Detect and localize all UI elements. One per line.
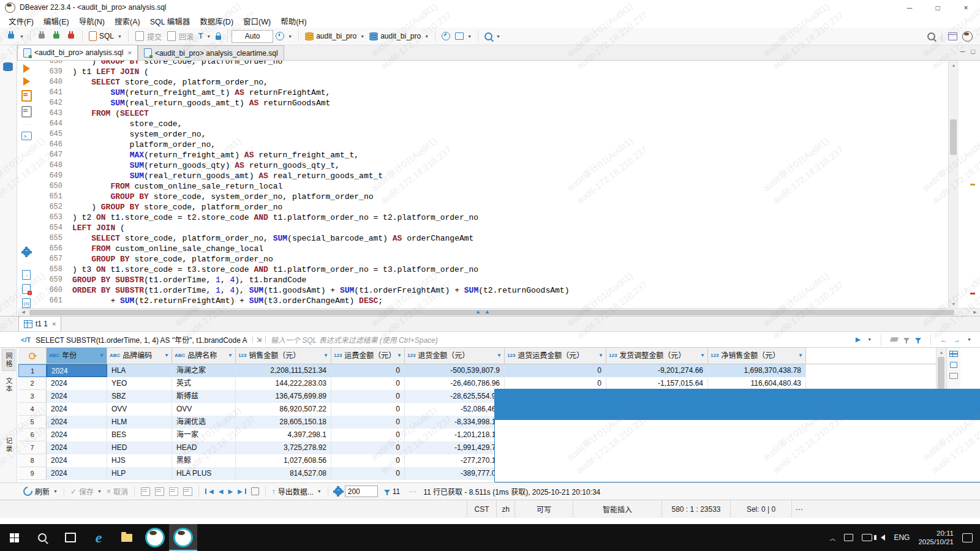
apply-filter-icon[interactable]: ▶ (856, 335, 861, 343)
close-icon[interactable]: × (127, 49, 131, 56)
scroll-right-icon[interactable]: ▶ (970, 309, 980, 316)
minimize-button[interactable]: ─ (895, 0, 924, 16)
filter-expression[interactable]: SELECT SUBSTR(t1.orderTime, 1, 4) AS "年份… (36, 334, 247, 345)
code-line[interactable]: 649 SUM(real_return_goods_amt) AS real_r… (34, 171, 948, 181)
code-line[interactable]: 661 + SUM(t2.returnFreightAmt) + SUM(t3.… (34, 296, 948, 306)
row-number[interactable]: 4 (18, 403, 47, 416)
status-cell-6[interactable]: Sel: 0 | 0 (730, 500, 791, 518)
save-button[interactable]: ✓保存▼ (68, 485, 104, 498)
result-view-tab-record[interactable]: 记录 (2, 435, 15, 455)
connect-button[interactable] (34, 30, 49, 42)
scroll-up-icon[interactable]: ▲ (949, 61, 959, 69)
save-filter-icon[interactable] (915, 338, 921, 342)
execute-statement-icon[interactable] (23, 64, 30, 73)
row-number[interactable]: 8 (18, 454, 47, 467)
language-indicator[interactable]: ENG (894, 533, 910, 542)
start-button[interactable] (0, 524, 28, 551)
code-line[interactable]: 660ORDER BY SUBSTR(t1.orderTime, 1, 4), … (34, 285, 948, 296)
column-dropdown-icon[interactable]: ▼ (598, 348, 603, 364)
variables-icon[interactable]: (x) (22, 298, 31, 308)
column-dropdown-icon[interactable]: ▼ (798, 348, 803, 364)
result-view-tab-text[interactable]: 文本 (2, 375, 15, 395)
column-header[interactable]: 123退货运费金额（元）▼ (505, 348, 606, 364)
fetch-size-input[interactable]: 200 (345, 485, 378, 497)
grid-cell[interactable]: 2024 (47, 390, 107, 403)
refresh-button[interactable]: 刷新▼ (21, 485, 60, 498)
transaction-mode-button[interactable]: T▼ (196, 31, 213, 42)
grid-cell[interactable]: 0 (331, 441, 405, 454)
grid-cell[interactable]: -9,201,274.66 (606, 364, 708, 377)
forward-icon[interactable]: → (953, 335, 960, 344)
dbeaver-taskbar-button[interactable] (141, 524, 169, 551)
new-connection-button[interactable]: ▼ (4, 30, 26, 42)
menu-item[interactable]: 编辑(E) (39, 14, 74, 28)
grid-cell[interactable]: -28,625,554.98 (405, 390, 505, 403)
grid-cell[interactable]: 黑鲸 (172, 454, 236, 467)
grid-cell[interactable]: OVV (107, 403, 172, 416)
code-line[interactable]: 657 GROUP BY store_code, platform_order_… (34, 254, 948, 264)
menu-item[interactable]: 搜索(A) (110, 14, 145, 28)
grid-cell[interactable]: 海一家 (172, 429, 236, 441)
collapse-up-icon[interactable]: ▲ (475, 309, 481, 315)
add-row-button[interactable] (153, 486, 167, 497)
grid-cell[interactable]: 0 (331, 429, 405, 441)
grid-cell[interactable]: 0 (331, 403, 405, 416)
column-dropdown-icon[interactable]: ▼ (323, 348, 328, 364)
editor-tab[interactable]: <audit_bi_pro> analysis.sql× (17, 45, 138, 60)
grid-cell[interactable]: 4,397,298.1 (236, 429, 331, 441)
row-number[interactable]: 6 (18, 429, 47, 441)
grid-cell[interactable]: HLA PLUS (172, 467, 236, 480)
grid-cell[interactable]: -1,201,218.12 (405, 429, 505, 441)
column-dropdown-icon[interactable]: ▼ (99, 348, 104, 364)
grid-cell[interactable]: YEO (107, 377, 172, 390)
delete-row-button[interactable] (181, 486, 195, 497)
column-header[interactable]: 123退货金额（元）▼ (405, 348, 505, 364)
sql-editor-button[interactable]: SQL▼ (86, 30, 124, 42)
problems-icon[interactable] (22, 284, 31, 294)
scroll-left-icon[interactable]: ◀ (18, 309, 28, 316)
commit-button[interactable]: 提交 (132, 30, 164, 43)
code-line[interactable]: 642 SUM(real_return_goods_amt_t) AS retu… (34, 98, 948, 108)
code-line[interactable]: 646 platform_order_no, (34, 140, 948, 150)
grid-cell[interactable]: 116,604,480.43 (708, 377, 806, 390)
scroll-down-icon[interactable]: ▼ (949, 299, 959, 308)
sql-editor[interactable]: 638 ) GROUP BY store_code, platform_orde… (34, 61, 948, 308)
column-header[interactable]: 123净销售金额（元）▼ (708, 348, 806, 364)
close-icon[interactable]: × (52, 320, 56, 328)
code-line[interactable]: 638 ) GROUP BY store_code, platform_orde… (34, 61, 948, 67)
column-header[interactable]: 123发货调整金额（元）▼ (606, 348, 708, 364)
code-line[interactable]: 651 GROUP BY store_code, system_order_no… (34, 192, 948, 202)
code-line[interactable]: 650 FROM custom_online_sale_return_local (34, 181, 948, 192)
scrollbar-thumb[interactable] (950, 119, 957, 155)
cancel-button[interactable]: ×取消 (104, 485, 130, 498)
menu-item[interactable]: 导航(N) (74, 14, 110, 28)
code-line[interactable]: 647 MAX(return_freight_amt) AS return_fr… (34, 150, 948, 160)
column-header[interactable]: 123销售金额（元）▼ (236, 348, 331, 364)
grid-cell[interactable]: 136,475,699.89 (236, 390, 331, 403)
column-header[interactable]: ABC品牌名称▼ (172, 348, 236, 364)
metadata-panel-icon[interactable] (950, 362, 957, 368)
global-search-button[interactable] (925, 31, 938, 42)
grid-cell[interactable]: HJS (107, 454, 172, 467)
grid-cell[interactable]: 0 (505, 364, 606, 377)
code-line[interactable]: 656 FROM custom_online_sale_change_local (34, 244, 948, 254)
grid-cell[interactable]: -277,270.12 (405, 454, 505, 467)
sash-collapse-controls[interactable]: ▲ ▲ (475, 309, 490, 315)
grid-cell[interactable]: 2024 (47, 467, 107, 480)
next-row-button[interactable]: ▶ (225, 487, 235, 496)
column-dropdown-icon[interactable]: ▼ (397, 348, 402, 364)
grid-cell[interactable]: -500,539,807.9 (405, 364, 505, 377)
scroll-up-icon[interactable]: ▲ (937, 348, 946, 356)
tray-expand-icon[interactable]: ︿ (829, 533, 835, 542)
grid-cell[interactable]: 2024 (47, 429, 107, 441)
internet-explorer-button[interactable]: e (85, 524, 113, 551)
grid-cell[interactable]: -389,777.03 (405, 467, 505, 480)
status-cell-3[interactable]: 可写 (514, 500, 573, 518)
edit-cell-button[interactable] (138, 486, 153, 497)
value-panel-icon[interactable] (949, 351, 958, 357)
grid-cell[interactable]: 2024 (47, 454, 107, 467)
network-button[interactable]: ▼ (453, 31, 474, 41)
execute-new-tab-icon[interactable] (23, 77, 30, 86)
sql-terminal-icon[interactable]: >_ (21, 132, 32, 140)
code-line[interactable]: 641 SUM(return_freight_amt_t) AS returnF… (34, 88, 948, 98)
